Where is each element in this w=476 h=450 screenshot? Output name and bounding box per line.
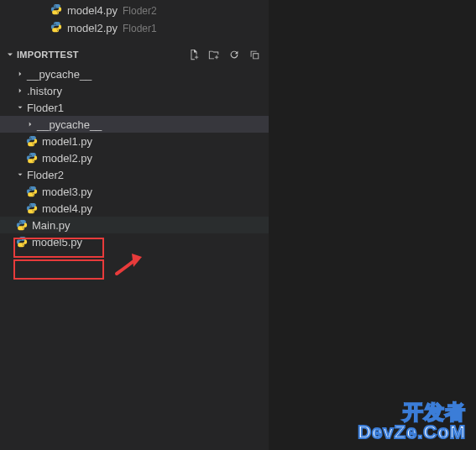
tree-label: __pycache__ <box>37 118 102 131</box>
tree-label: Floder1 <box>27 102 64 114</box>
tree-folder-floder2[interactable]: Floder2 <box>0 166 269 183</box>
tree-folder-floder1-pycache[interactable]: __pycache__ <box>0 116 269 133</box>
open-editors-list: model4.py Floder2 model2.py Floder1 <box>0 0 269 40</box>
collapse-all-icon[interactable] <box>248 49 260 60</box>
watermark-line1: 开发者 <box>358 401 466 422</box>
file-tree: __pycache__ .history Floder1 __pycache__… <box>0 64 269 250</box>
chevron-down-icon <box>5 50 15 60</box>
chevron-down-icon <box>15 170 25 179</box>
python-icon <box>15 219 29 231</box>
sidebar: model4.py Floder2 model2.py Floder1 IMPO… <box>0 0 269 450</box>
tree-label: model4.py <box>42 202 92 215</box>
python-icon <box>25 135 39 147</box>
tree-label: model5.py <box>32 236 82 249</box>
open-editor-tab[interactable]: model4.py Floder2 <box>50 2 269 19</box>
open-editor-dir: Floder1 <box>123 23 157 34</box>
chevron-down-icon <box>15 103 25 112</box>
tree-label: model2.py <box>42 152 92 165</box>
section-title: IMPORTTEST <box>17 50 79 60</box>
tree-label: Main.py <box>32 219 71 232</box>
python-icon <box>50 21 62 35</box>
tree-file-model2[interactable]: model2.py <box>0 149 269 166</box>
chevron-right-icon <box>15 70 25 78</box>
python-icon <box>25 186 39 197</box>
open-editor-tab[interactable]: model2.py Floder1 <box>50 19 269 37</box>
section-actions <box>188 49 269 60</box>
tree-file-model3[interactable]: model3.py <box>0 183 269 200</box>
open-editor-dir: Floder2 <box>123 5 157 17</box>
python-icon <box>25 152 39 164</box>
watermark: 开发者 DevZe.CoM <box>358 401 466 442</box>
new-folder-icon[interactable] <box>208 49 220 60</box>
python-icon <box>50 3 62 18</box>
refresh-icon[interactable] <box>228 49 240 60</box>
tree-label: __pycache__ <box>27 68 92 81</box>
tree-file-model4[interactable]: model4.py <box>0 200 269 217</box>
tree-file-model1[interactable]: model1.py <box>0 133 269 149</box>
tree-folder-floder1[interactable]: Floder1 <box>0 99 269 116</box>
tree-file-main[interactable]: Main.py <box>0 217 269 233</box>
watermark-line2: DevZe.CoM <box>358 422 466 442</box>
python-icon <box>25 202 39 214</box>
open-editor-filename: model4.py <box>67 4 118 17</box>
new-file-icon[interactable] <box>188 49 200 60</box>
open-editor-filename: model2.py <box>67 22 118 34</box>
tree-label: model3.py <box>42 186 92 198</box>
python-icon <box>15 236 29 248</box>
tree-folder-pycache[interactable]: __pycache__ <box>0 65 269 82</box>
tree-label: .history <box>27 85 62 97</box>
chevron-right-icon <box>15 86 25 95</box>
tree-folder-history[interactable]: .history <box>0 82 269 99</box>
tree-file-model5[interactable]: model5.py <box>0 233 269 250</box>
tree-label: Floder2 <box>27 169 64 181</box>
tree-label: model1.py <box>42 135 92 148</box>
chevron-right-icon <box>25 120 35 128</box>
explorer-section-header[interactable]: IMPORTTEST <box>0 45 269 64</box>
